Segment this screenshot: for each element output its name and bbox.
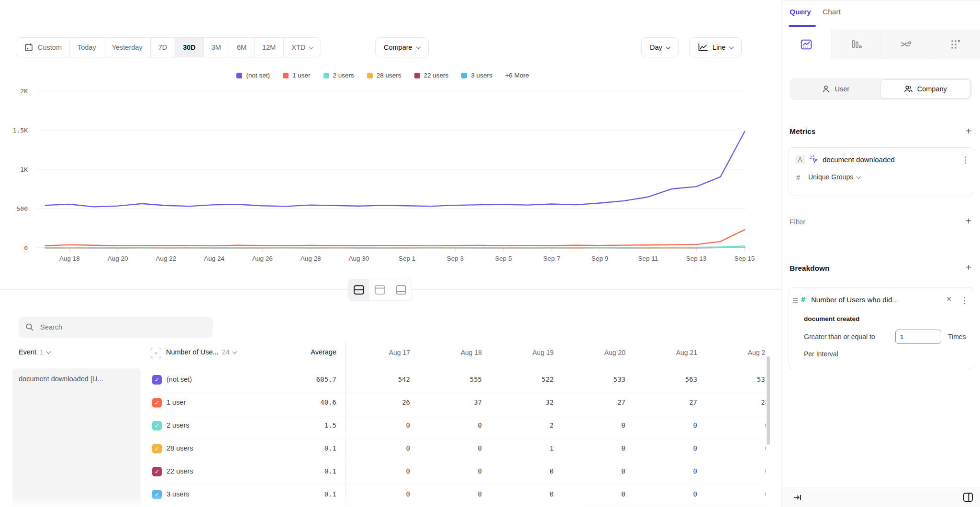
average-value: 0.1 [271, 490, 336, 498]
split-view-icon [354, 285, 364, 295]
row-checkbox[interactable]: ✓ [152, 398, 162, 408]
bottom-pane-icon [396, 285, 406, 295]
metric-event-name[interactable]: document downloaded [823, 155, 895, 164]
breakdown-event-name[interactable]: document created [804, 315, 859, 322]
svg-text:Sep 7: Sep 7 [543, 255, 560, 262]
table-header: Event 1 – Number of Use... 24 Average Au… [12, 343, 766, 364]
row-checkbox[interactable]: ✓ [152, 467, 162, 476]
row-checkbox[interactable]: ✓ [152, 421, 162, 430]
range-custom[interactable]: Custom [16, 38, 70, 57]
legend-item[interactable]: (not set) [236, 72, 270, 79]
legend-more-link[interactable]: +6 More [505, 72, 529, 79]
average-column-header: Average [271, 348, 336, 356]
group-column-header[interactable]: Number of Use... 24 [166, 348, 236, 356]
panel-bottom-bar [781, 487, 980, 507]
table-row[interactable]: ✓ 28 users 0.1 0 0 1 0 0 0 [12, 437, 766, 460]
times-value-input[interactable] [895, 330, 941, 344]
entity-company-option[interactable]: Company [880, 79, 971, 99]
view-split-button[interactable] [348, 279, 369, 300]
search-bar [19, 317, 213, 338]
per-interval-label[interactable]: Per Interval [804, 350, 838, 358]
metric-letter-badge: A [795, 155, 805, 165]
select-all-checkbox[interactable]: – [151, 348, 161, 358]
measure-type-symbol: # [796, 174, 800, 181]
chart-legend: (not set) 1 user 2 users 28 users 22 use… [0, 72, 766, 79]
event-click-icon [809, 154, 819, 166]
table-row[interactable]: ✓ (not set) 605.7 542 555 522 533 563 53… [12, 368, 766, 391]
range-30d-selected[interactable]: 30D [175, 38, 204, 57]
collapse-panel-button[interactable] [793, 493, 802, 504]
compare-button[interactable]: Compare [375, 37, 429, 57]
tab-query[interactable]: Query [790, 8, 811, 16]
average-value: 0.1 [271, 467, 336, 475]
table-row[interactable]: ✓ 22 users 0.1 0 0 0 0 0 0 [12, 460, 766, 483]
top-pane-icon [375, 285, 385, 295]
chart-type-bar-tab[interactable] [831, 30, 880, 59]
active-tab-underline [789, 25, 816, 27]
range-yesterday[interactable]: Yesterday [104, 38, 151, 57]
line-chart[interactable]: 05001K1.5K2KAug 18Aug 20Aug 22Aug 24Aug … [0, 86, 781, 277]
chevron-down-icon [416, 44, 421, 49]
event-column-header[interactable]: Event 1 [19, 348, 50, 356]
add-filter-button[interactable]: + [966, 216, 971, 226]
legend-item[interactable]: 28 users [367, 72, 401, 79]
row-checkbox[interactable]: ✓ [152, 490, 162, 499]
measure-dropdown[interactable]: Unique Groups [808, 173, 860, 181]
close-icon[interactable]: ✕ [946, 295, 952, 303]
row-checkbox[interactable]: ✓ [152, 444, 162, 453]
svg-text:1K: 1K [20, 166, 28, 173]
toggle-side-panel-button[interactable] [963, 492, 973, 504]
entity-user-option[interactable]: User [791, 79, 880, 99]
search-icon [25, 323, 34, 331]
legend-item[interactable]: 2 users [323, 72, 354, 79]
range-xtd[interactable]: XTD [284, 38, 321, 57]
legend-item[interactable]: 3 users [461, 72, 492, 79]
breakdown-title[interactable]: Number of Users who did... [811, 296, 898, 304]
table-row[interactable]: ✓ 3 users 0.1 0 0 0 0 0 0 [12, 483, 766, 506]
chevron-down-icon [729, 44, 734, 49]
row-checkbox[interactable]: ✓ [152, 375, 162, 385]
breakdown-condition-label[interactable]: Greater than or equal to [804, 333, 875, 341]
flow-sankey-icon [900, 38, 912, 51]
legend-swatch [283, 73, 289, 78]
user-icon [822, 85, 830, 93]
search-input[interactable] [39, 323, 199, 331]
tab-chart[interactable]: Chart [823, 8, 841, 16]
calendar-icon [24, 43, 33, 52]
range-today[interactable]: Today [70, 38, 104, 57]
table-row[interactable]: ✓ 2 users 1.5 0 0 2 0 0 0 [12, 414, 766, 437]
svg-text:Aug 18: Aug 18 [59, 255, 80, 262]
chart-type-dropdown[interactable]: Line [689, 37, 742, 57]
metric-more-menu[interactable] [964, 155, 967, 165]
arrow-to-bar-icon [793, 493, 802, 502]
add-metric-button[interactable]: + [966, 126, 971, 136]
interval-dropdown[interactable]: Day [641, 37, 679, 57]
table-scrollbar[interactable] [767, 356, 770, 445]
legend-item[interactable]: 22 users [414, 72, 449, 79]
chart-type-grid-tab[interactable] [931, 30, 980, 59]
view-chart-only-button[interactable] [369, 279, 390, 300]
range-12m[interactable]: 12M [255, 38, 284, 57]
table-row[interactable]: ✓ 1 user 40.6 26 37 32 27 27 28 [12, 391, 766, 414]
chart-type-flow-tab[interactable] [881, 30, 931, 59]
range-7d[interactable]: 7D [151, 38, 176, 57]
view-table-only-button[interactable] [390, 279, 412, 300]
times-unit-label: Times [948, 333, 966, 341]
breakdown-card[interactable]: # Number of Users who did... ✕ document … [789, 287, 973, 369]
line-chart-icon [698, 43, 708, 52]
range-6m[interactable]: 6M [229, 38, 255, 57]
svg-text:Aug 24: Aug 24 [204, 255, 224, 262]
legend-item[interactable]: 1 user [283, 72, 311, 79]
breakdown-more-menu[interactable] [963, 296, 966, 305]
chevron-down-icon [666, 44, 670, 49]
metric-card[interactable]: A document downloaded # Unique Groups [789, 147, 973, 196]
svg-text:2K: 2K [20, 88, 28, 95]
range-3m[interactable]: 3M [204, 38, 229, 57]
chevron-down-icon [309, 44, 314, 49]
add-breakdown-button[interactable]: + [966, 263, 971, 272]
average-value: 40.6 [271, 398, 336, 406]
query-panel: Query Chart User [781, 0, 980, 507]
drag-handle-icon[interactable] [793, 298, 798, 303]
chart-type-line-tab[interactable] [781, 30, 831, 59]
interval-button-wrap: Day [641, 37, 679, 57]
